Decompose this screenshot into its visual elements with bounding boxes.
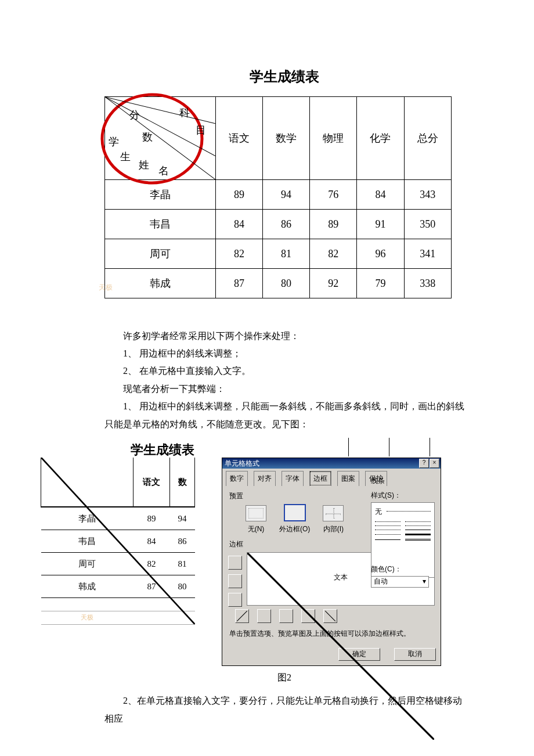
- tab-pattern[interactable]: 图案: [337, 471, 359, 486]
- preset-outer[interactable]: 外边框(O): [279, 504, 310, 536]
- tab-align[interactable]: 对齐: [254, 471, 276, 486]
- col-wuli: 物理: [310, 96, 357, 179]
- col-yuwen: 语文: [215, 96, 262, 179]
- hdr-fen: 分: [129, 105, 140, 125]
- line-style-double[interactable]: [405, 539, 431, 541]
- svg-line-1: [105, 97, 215, 124]
- paragraph-analyze: 现笔者分析一下其弊端：: [104, 380, 464, 398]
- paragraph-intro: 许多初学者经常采用以下两个操作来处理：: [104, 327, 464, 345]
- preset-none[interactable]: 无(N): [246, 505, 266, 536]
- chevron-down-icon: ▾: [423, 575, 426, 588]
- hdr-mu: 目: [196, 120, 206, 140]
- line-style-dot[interactable]: [375, 521, 400, 522]
- format-cells-dialog: 单元格格式 ? × 数字 对齐 字体 边框 图案 保护 预置: [222, 458, 441, 666]
- preset-none-label: 无(N): [246, 523, 266, 536]
- cell: 96: [357, 239, 404, 268]
- line-style-thin[interactable]: [375, 539, 400, 540]
- hdr-sheng: 生: [120, 147, 131, 167]
- cell-name: 韦昌: [105, 209, 216, 239]
- paragraph-drawbacks: 1、 用边框中的斜线来调整，只能画一条斜线，不能画多条斜线，同时，画出的斜线只能…: [104, 398, 464, 433]
- cell: 81: [263, 239, 310, 268]
- line-style-solid[interactable]: [405, 530, 431, 530]
- hdr-xing: 姓: [139, 155, 149, 175]
- cell: 80: [263, 268, 310, 298]
- list-item-2: 2、 在单元格中直接输入文字。: [104, 362, 464, 380]
- hdr-ming: 名: [158, 161, 169, 181]
- cell: 338: [404, 268, 451, 298]
- tab-font[interactable]: 字体: [282, 471, 304, 486]
- border-middle-button[interactable]: [228, 574, 242, 588]
- table1-title: 学生成绩表: [104, 64, 464, 91]
- color-dropdown[interactable]: 自动 ▾: [371, 576, 429, 588]
- close-button[interactable]: ×: [430, 459, 439, 468]
- table-row: 李晶 89 94 76 84 343: [105, 179, 452, 209]
- diagonal-header-cell: 分 科 数 目 学 生 姓 名: [105, 96, 216, 179]
- border-top-button[interactable]: [228, 556, 242, 570]
- preset-inner-label: 内部(I): [323, 523, 344, 536]
- line-style-dash3[interactable]: [375, 530, 400, 530]
- col-zongfen: 总分: [404, 96, 451, 179]
- tab-number[interactable]: 数字: [226, 471, 248, 486]
- col-shuxue: 数学: [263, 96, 310, 179]
- cell: 76: [310, 179, 357, 209]
- svg-line-4: [41, 458, 195, 625]
- color-label: 颜色(C)：: [371, 563, 435, 576]
- cell: 82: [215, 239, 262, 268]
- cell-name: 周可: [105, 239, 216, 268]
- cell: 79: [357, 268, 404, 298]
- preset-inner[interactable]: 内部(I): [323, 505, 344, 536]
- cell: 89: [310, 209, 357, 239]
- line-style-dash4[interactable]: [375, 534, 400, 535]
- table-row: 韦昌 84 86 89 91 350: [105, 209, 452, 239]
- sheet-gridlines: [348, 438, 435, 455]
- cell: 86: [263, 209, 310, 239]
- svg-line-6: [237, 611, 247, 621]
- line-style-group: 线条 样式(S)： 无: [371, 474, 435, 578]
- watermark-logo: 天极: [41, 611, 134, 624]
- cell: 84: [357, 179, 404, 209]
- table-row: 周可 82 81 82 96 341: [105, 239, 452, 268]
- grades-table-2: 语文 数 李晶 89 94 韦昌 84 86 周可 82 81 韩成 87 80: [41, 458, 195, 625]
- hdr-ke: 科: [179, 103, 190, 123]
- hdr-shu: 数: [142, 127, 153, 147]
- line-style-thick[interactable]: [405, 534, 431, 535]
- cell: 87: [215, 268, 262, 298]
- help-button[interactable]: ?: [419, 459, 429, 468]
- figure-2: 学生成绩表 语文 数 李晶 89 94 韦昌 84: [41, 438, 464, 658]
- hdr-xue: 学: [109, 132, 119, 152]
- preset-outer-label: 外边框(O): [279, 523, 310, 536]
- list-item-1: 1、 用边框中的斜线来调整；: [104, 345, 464, 362]
- preview-text: 文本: [334, 570, 348, 584]
- line-style-dash2[interactable]: [405, 525, 431, 526]
- tab-border[interactable]: 边框: [309, 471, 331, 486]
- cell-name: 李晶: [105, 179, 216, 209]
- col-huaxue: 化学: [357, 96, 404, 179]
- lines-group-label: 线条: [371, 474, 435, 488]
- cell: 343: [404, 179, 451, 209]
- color-value: 自动: [374, 575, 388, 588]
- cell: 94: [263, 179, 310, 209]
- watermark-logo: 天极: [99, 281, 151, 304]
- cell: 350: [404, 209, 451, 239]
- cell: 92: [310, 268, 357, 298]
- line-style-dash[interactable]: [387, 511, 431, 512]
- cell: 341: [404, 239, 451, 268]
- line-style-none[interactable]: 无: [375, 505, 382, 519]
- table-row: 韩成 87 80 92 79 338: [105, 268, 452, 298]
- cell: 82: [310, 239, 357, 268]
- cell: 84: [215, 209, 262, 239]
- cell: 91: [357, 209, 404, 239]
- grades-table-1: 分 科 数 目 学 生 姓 名 语文 数学 物理 化学 总分 李晶 89 94: [104, 96, 452, 298]
- table1-container: 分 科 数 目 学 生 姓 名 语文 数学 物理 化学 总分 李晶 89 94: [104, 96, 464, 298]
- dialog-titlebar[interactable]: 单元格格式 ? ×: [222, 458, 441, 469]
- style-label: 样式(S)：: [371, 489, 435, 502]
- border-bottom-button[interactable]: [228, 593, 242, 607]
- diagonal-corner: [41, 458, 134, 507]
- dialog-title: 单元格格式: [225, 457, 259, 470]
- cell: 89: [215, 179, 262, 209]
- line-style-dashdot[interactable]: [405, 521, 431, 522]
- line-style-dot2[interactable]: [375, 525, 400, 526]
